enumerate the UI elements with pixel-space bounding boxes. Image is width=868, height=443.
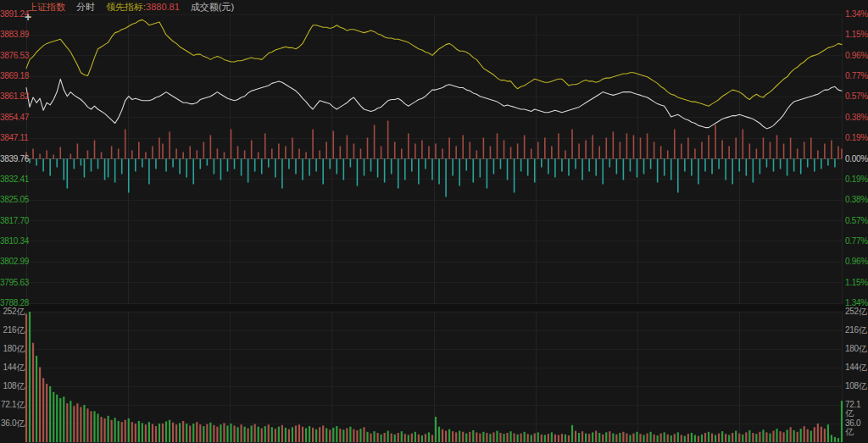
stock-intraday-chart-screen: 上证指数 分时 领先指标: 3880.81 成交额(元) 3891.243883… [0, 0, 868, 443]
pane-divider [0, 304, 868, 311]
chart-canvas [0, 0, 868, 443]
crosshair-plus-icon: + [25, 11, 31, 23]
chart-area[interactable]: 3891.243883.893876.533869.183861.823854.… [0, 0, 868, 443]
